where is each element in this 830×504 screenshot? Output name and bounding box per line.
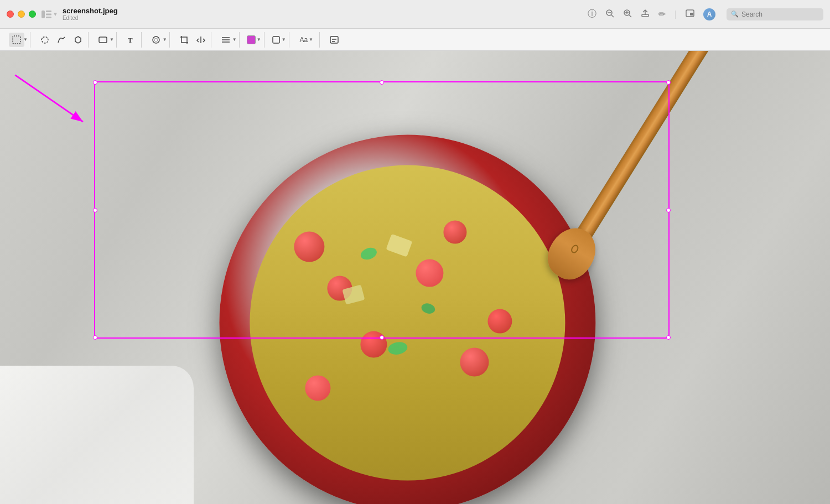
- search-icon: 🔍: [731, 11, 739, 18]
- fullscreen-button[interactable]: [29, 11, 36, 18]
- rect-tool-button[interactable]: [95, 33, 111, 47]
- titlebar-icons: ⓘ ✏ | A: [588, 8, 715, 20]
- svg-line-27: [15, 75, 83, 122]
- svg-point-18: [154, 38, 158, 41]
- handle-bottom-right[interactable]: [666, 335, 671, 340]
- font-dropdown-icon[interactable]: ▼: [309, 37, 313, 42]
- flip-tool-button[interactable]: [193, 33, 209, 47]
- caption-tool-group: [324, 32, 344, 48]
- pip-icon[interactable]: [686, 9, 694, 19]
- smart-lasso-tool-button[interactable]: [37, 33, 53, 47]
- shape-tool-group: ▼: [93, 32, 117, 48]
- text-tool-group: T: [121, 32, 142, 48]
- file-name: screenshot.jpeg: [63, 7, 118, 15]
- lasso-tool-button[interactable]: [70, 33, 86, 47]
- svg-rect-2: [46, 13, 51, 15]
- lasso-tool-group: [35, 32, 89, 48]
- selection-tool-button[interactable]: [9, 33, 24, 47]
- toolbar: ▼ ▼ T ▼: [0, 29, 830, 51]
- freehand-tool-button[interactable]: [54, 33, 69, 47]
- color-tool-button[interactable]: ▼: [246, 33, 262, 47]
- layout-tool-group: [174, 32, 211, 48]
- cloth-prop: [0, 366, 194, 504]
- info-icon[interactable]: ⓘ: [588, 8, 596, 20]
- blur-tool-group: ▼: [146, 32, 170, 48]
- zoom-out-icon[interactable]: [605, 9, 614, 20]
- font-label: Aa: [299, 36, 308, 44]
- svg-rect-3: [46, 17, 51, 18]
- annotation-arrow: [0, 56, 111, 134]
- svg-rect-13: [690, 13, 693, 15]
- search-bar[interactable]: 🔍: [727, 8, 823, 20]
- share-icon[interactable]: [641, 9, 650, 20]
- caption-tool-button[interactable]: [326, 33, 342, 47]
- font-tool-group: Aa ▼: [294, 32, 320, 48]
- svg-rect-22: [273, 37, 279, 43]
- handle-middle-left[interactable]: [93, 208, 97, 212]
- handle-top-middle[interactable]: [380, 80, 384, 85]
- svg-line-10: [629, 15, 631, 17]
- align-tool-group: ▼: [216, 32, 240, 48]
- selection-tool-group: ▼: [7, 32, 30, 48]
- svg-line-6: [611, 15, 614, 17]
- svg-point-17: [153, 37, 159, 43]
- close-button[interactable]: [7, 11, 14, 18]
- svg-rect-1: [46, 11, 51, 12]
- markup-icon[interactable]: A: [703, 8, 715, 20]
- handle-bottom-middle[interactable]: [380, 335, 384, 340]
- color-swatch: [247, 35, 256, 44]
- handle-bottom-left[interactable]: [93, 335, 97, 340]
- border-dropdown-icon[interactable]: ▼: [282, 37, 286, 42]
- handle-top-right[interactable]: [666, 80, 671, 85]
- tomato-5: [460, 347, 489, 376]
- file-info: screenshot.jpeg Edited: [63, 7, 118, 22]
- zoom-in-icon[interactable]: [623, 9, 632, 20]
- svg-rect-23: [330, 37, 338, 43]
- blur-tool-button[interactable]: [148, 33, 164, 47]
- selection-rectangle[interactable]: [94, 81, 670, 339]
- divider-icon: |: [675, 9, 677, 19]
- title-bar: ▼ screenshot.jpeg Edited ⓘ ✏ | A 🔍: [0, 0, 830, 29]
- svg-rect-15: [99, 37, 107, 43]
- border-tool-button[interactable]: ▼: [271, 33, 287, 47]
- color-tool-group: ▼: [244, 32, 264, 48]
- color-dropdown-icon[interactable]: ▼: [257, 37, 261, 42]
- svg-rect-14: [13, 36, 20, 44]
- border-tool-group: ▼: [269, 32, 289, 48]
- herb-3: [387, 340, 408, 356]
- crop-tool-button[interactable]: [177, 33, 192, 47]
- svg-rect-11: [642, 14, 649, 17]
- handle-middle-right[interactable]: [666, 208, 671, 212]
- font-tool-button[interactable]: Aa ▼: [296, 33, 317, 47]
- main-canvas-area: [0, 51, 830, 504]
- search-input[interactable]: [741, 11, 819, 18]
- align-tool-button[interactable]: [218, 33, 234, 47]
- text-tool-button[interactable]: T: [123, 33, 139, 47]
- file-status: Edited: [63, 15, 118, 22]
- svg-rect-0: [42, 11, 45, 18]
- svg-text:T: T: [128, 36, 133, 44]
- pen-icon[interactable]: ✏: [658, 9, 666, 19]
- tomato-7: [305, 375, 330, 401]
- sidebar-toggle-button[interactable]: ▼: [42, 11, 58, 18]
- traffic-lights: [7, 11, 36, 18]
- minimize-button[interactable]: [18, 11, 25, 18]
